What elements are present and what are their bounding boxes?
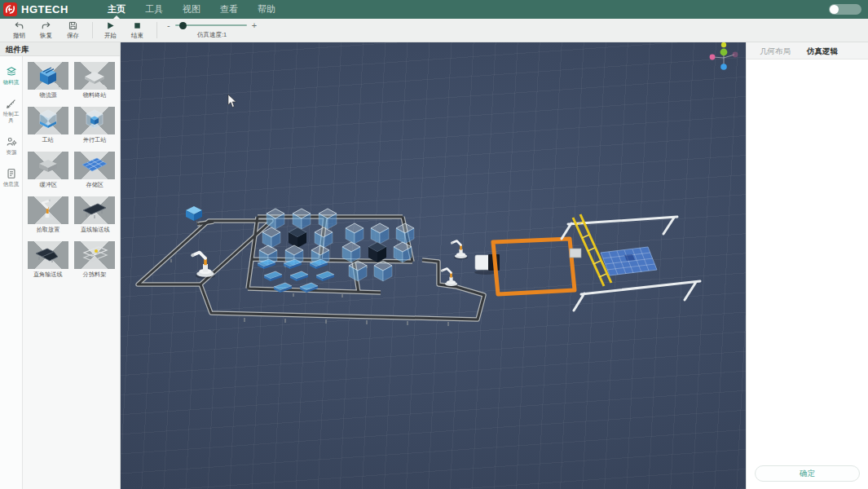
component-label: 直角输送线 [33, 271, 63, 279]
component-straight-conveyor[interactable]: 直线输送线 [74, 196, 117, 234]
stop-icon [132, 20, 143, 31]
menu-tab-home[interactable]: 主页 [98, 0, 135, 19]
component-thumbnail [28, 196, 68, 224]
gantry-crane [570, 214, 611, 286]
parallel-workstation-icon [74, 107, 115, 134]
redo-button[interactable]: 恢复 [35, 20, 57, 40]
component-pick-place[interactable]: 拾取放置 [27, 196, 69, 234]
component-thumbnail [74, 62, 115, 90]
sorting-rack-icon [74, 241, 115, 269]
component-storage[interactable]: 存储区 [74, 152, 117, 189]
component-workstation[interactable]: 工站 [27, 107, 69, 144]
gizmo-axis-down[interactable] [720, 64, 727, 70]
factory-scene [121, 42, 746, 489]
component-label: 存储区 [86, 181, 104, 189]
undo-label: 撤销 [13, 32, 25, 40]
category-label: 信息流 [3, 182, 19, 187]
category-information-flow[interactable]: 信息流 [0, 168, 22, 187]
component-thumbnail [74, 152, 115, 179]
corner-conveyor-icon [28, 241, 68, 269]
component-thumbnail [28, 62, 68, 90]
category-rail: 物料流 绘制工具 资源 [0, 56, 23, 489]
properties-body [747, 59, 868, 460]
toolbar-divider [92, 22, 93, 38]
speed-minus-button[interactable]: - [167, 21, 170, 29]
speed-slider-knob[interactable] [179, 22, 187, 29]
category-material-flow[interactable]: 物料流 [0, 66, 22, 86]
save-button[interactable]: 保存 [62, 20, 84, 40]
component-label: 并行工站 [83, 136, 107, 144]
end-label: 结束 [131, 32, 143, 40]
gizmo-axis-top[interactable] [721, 42, 726, 47]
confirm-button[interactable]: 确定 [755, 465, 860, 482]
category-label: 物料流 [3, 79, 19, 85]
component-label: 分拣料架 [83, 271, 107, 279]
component-thumbnail [28, 241, 68, 269]
brand-name: HGTECH [21, 3, 68, 15]
end-button[interactable]: 结束 [126, 20, 148, 40]
component-library-panel: 组件库 物料流 绘制工具 [0, 42, 121, 489]
component-label: 直线输送线 [80, 226, 109, 234]
component-library-title: 组件库 [0, 42, 120, 56]
gizmo-axis-left[interactable] [710, 55, 716, 60]
component-corner-conveyor[interactable]: 直角输送线 [27, 241, 69, 279]
gizmo-axis-up[interactable] [720, 49, 728, 56]
component-material-sink[interactable]: 物料终站 [74, 62, 117, 99]
tab-geometry-layout[interactable]: 几何布局 [751, 42, 799, 59]
category-drawing-tools[interactable]: 绘制工具 [0, 98, 22, 124]
conveyor-network [138, 217, 484, 326]
speed-value-label: 仿真速度:1 [197, 31, 227, 39]
redo-icon [41, 20, 51, 31]
robot-arm [191, 253, 215, 279]
hgtech-logo-icon [3, 2, 17, 16]
source-box-icon [28, 62, 68, 90]
material-sink-icon [74, 62, 115, 90]
mouse-cursor [228, 95, 236, 108]
main-menubar: 主页 工具 视图 查看 帮助 [98, 0, 285, 19]
category-label: 资源 [6, 149, 16, 155]
tab-simulation-logic[interactable]: 仿真逻辑 [799, 42, 846, 59]
gizmo-axis-right[interactable] [733, 52, 738, 58]
component-source[interactable]: 物流源 [27, 62, 69, 99]
workstation-icon [28, 107, 68, 134]
storage-grid-plate [601, 247, 657, 275]
resources-icon [6, 136, 17, 148]
menu-tab-view[interactable]: 视图 [173, 0, 210, 19]
undo-icon [14, 20, 24, 31]
app-header: HGTECH 主页 工具 视图 查看 帮助 [0, 0, 868, 19]
category-label: 绘制工具 [1, 112, 21, 124]
robot-arm [451, 241, 468, 260]
straight-conveyor-icon [74, 196, 115, 224]
component-thumbnail [74, 196, 115, 224]
component-sorting-rack[interactable]: 分拣料架 [74, 241, 117, 279]
redo-label: 恢复 [40, 32, 52, 40]
undo-button[interactable]: 撤销 [8, 20, 30, 40]
orientation-gizmo[interactable] [710, 42, 738, 70]
component-thumbnail [28, 107, 68, 134]
properties-footer: 确定 [747, 460, 868, 489]
toggle-knob [830, 5, 839, 14]
start-button[interactable]: 开始 [99, 20, 121, 40]
play-icon [105, 20, 116, 31]
workstation-cubes [259, 209, 414, 281]
menu-tab-tools[interactable]: 工具 [135, 0, 173, 19]
component-thumbnail [28, 152, 68, 179]
start-label: 开始 [104, 32, 117, 40]
save-icon [68, 20, 78, 31]
speed-slider[interactable] [175, 24, 247, 26]
speed-plus-button[interactable]: + [252, 21, 257, 29]
component-label: 拾取放置 [37, 226, 60, 234]
buffer-icon [28, 152, 68, 179]
toolbar-divider [156, 22, 157, 38]
storage-grid-icon [74, 152, 115, 179]
component-label: 工站 [42, 136, 54, 144]
menu-tab-help[interactable]: 帮助 [248, 0, 285, 19]
menu-tab-inspect[interactable]: 查看 [210, 0, 248, 19]
main-toolbar: 撤销 恢复 保存 开始 结束 - + 仿真速度:1 [0, 19, 868, 42]
component-parallel-workstation[interactable]: 并行工站 [74, 107, 117, 144]
viewport-3d-canvas[interactable] [121, 42, 746, 489]
header-toggle[interactable] [829, 4, 861, 15]
drawing-tools-icon [6, 98, 17, 109]
category-resources[interactable]: 资源 [0, 136, 22, 156]
component-buffer[interactable]: 缓冲区 [27, 152, 69, 189]
